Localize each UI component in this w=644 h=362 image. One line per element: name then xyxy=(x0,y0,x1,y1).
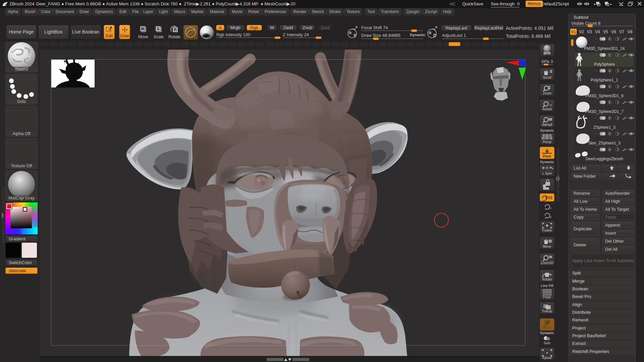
svg-text:Frame: Frame xyxy=(542,229,552,232)
svg-text:Dynamic: Dynamic xyxy=(540,331,554,335)
svg-text:PM3D_Sphere3D1_7: PM3D_Sphere3D1_7 xyxy=(585,109,624,114)
svg-text:Z: Z xyxy=(550,216,552,219)
svg-text:Xpose: Xpose xyxy=(542,356,552,360)
svg-text:Move: Move xyxy=(543,245,551,248)
svg-text:D: D xyxy=(433,33,436,38)
svg-text:PolyF: PolyF xyxy=(543,295,551,299)
svg-text:AAHalf: AAHalf xyxy=(542,123,552,127)
svg-text:Scroll: Scroll xyxy=(543,76,551,79)
svg-text:Skin_ZSphere1_3: Skin_ZSphere1_3 xyxy=(588,141,621,145)
svg-text:S: S xyxy=(157,26,159,31)
svg-text:R: R xyxy=(174,27,177,32)
svg-text:Ghost: Ghost xyxy=(542,326,552,329)
svg-text:PM3D_Sphere3D1_24: PM3D_Sphere3D1_24 xyxy=(584,46,625,51)
svg-text:Persp: Persp xyxy=(543,140,552,144)
svg-text:Rotate: Rotate xyxy=(542,278,552,281)
svg-text:PM3D_Sphere3D1_6: PM3D_Sphere3D1_6 xyxy=(585,94,624,98)
svg-text:M: M xyxy=(141,26,145,31)
svg-text:Dynamic: Dynamic xyxy=(540,160,554,164)
svg-text:Actual: Actual xyxy=(542,107,552,111)
svg-text:Zoom3D: Zoom3D xyxy=(541,261,553,265)
svg-text:L.Sym: L.Sym xyxy=(542,172,552,175)
svg-text:Y: Y xyxy=(550,207,552,210)
svg-text:Zoom: Zoom xyxy=(543,92,551,95)
svg-text:x1: x1 xyxy=(549,104,552,107)
svg-text:DeerLeggingsZbrush: DeerLeggingsZbrush xyxy=(586,157,623,161)
svg-text:S: S xyxy=(354,33,356,38)
svg-text:PolySphere: PolySphere xyxy=(594,62,615,67)
svg-text:BPR: BPR xyxy=(543,52,551,55)
svg-text:Floor: Floor xyxy=(543,155,551,158)
svg-text:Dynamic: Dynamic xyxy=(540,129,554,132)
svg-text:Line Fill: Line Fill xyxy=(541,284,553,288)
svg-text:ZSphere1_3: ZSphere1_3 xyxy=(593,125,615,130)
svg-text:PolySphere1_1: PolySphere1_1 xyxy=(591,78,618,82)
svg-text:Solo: Solo xyxy=(544,341,550,345)
svg-text:Transp: Transp xyxy=(542,309,552,313)
svg-text:XYZ: XYZ xyxy=(545,196,552,200)
svg-text:SPix 3: SPix 3 xyxy=(541,59,553,64)
